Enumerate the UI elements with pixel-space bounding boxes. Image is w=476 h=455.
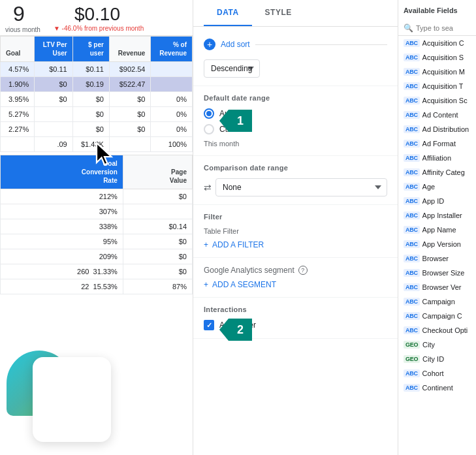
step1-badge-container: 1 xyxy=(219,110,252,132)
cell-pct: 0% xyxy=(151,122,193,137)
field-item[interactable]: ABCAd Content xyxy=(398,108,476,122)
col-pv: PageValue xyxy=(123,155,192,189)
field-name: Ad Format xyxy=(422,140,456,148)
metric1-sublabel: vious month xyxy=(5,26,40,33)
field-type-badge: ABC xyxy=(404,97,420,104)
field-item[interactable]: ABCApp Installer xyxy=(398,208,476,223)
comparison-dropdown[interactable]: None xyxy=(215,178,387,196)
sort-dropdown[interactable]: Descending xyxy=(204,59,260,78)
cell-goal: 3.95% xyxy=(1,92,35,107)
field-item[interactable]: ABCAcquisition C xyxy=(398,36,476,50)
sort-row: + Add sort xyxy=(204,35,387,54)
metric2-container: $0.10 ▼ -46.0% from previous month xyxy=(54,4,144,32)
field-item[interactable]: ABCApp ID xyxy=(398,194,476,208)
tab-data[interactable]: DATA xyxy=(204,0,252,26)
help-icon: ? xyxy=(298,266,308,275)
col-pct: % ofRevenue xyxy=(151,37,193,62)
field-item[interactable]: ABCCampaign C xyxy=(398,309,476,323)
field-name: Campaign xyxy=(422,298,455,306)
field-item[interactable]: ABCAd Format xyxy=(398,136,476,151)
comparison-section: Comparison date range ⇄ None xyxy=(193,156,398,205)
cell-pv xyxy=(123,204,192,219)
field-item[interactable]: ABCAffiliation xyxy=(398,151,476,165)
field-item[interactable]: ABCAd Distribution xyxy=(398,122,476,136)
cell-gcr: 338% xyxy=(1,219,123,234)
field-name: Continent xyxy=(422,384,453,392)
fields-list: ABCAcquisition CABCAcquisition SABCAcqui… xyxy=(398,36,476,455)
fields-search: 🔍 xyxy=(398,21,476,36)
cell-per-user: $0 xyxy=(72,122,109,137)
field-name: App Installer xyxy=(422,212,462,219)
field-item[interactable]: GEOCity xyxy=(398,337,476,352)
field-item[interactable]: ABCBrowser xyxy=(398,251,476,266)
table-row: 2.27% $0 $0 0% xyxy=(1,122,193,137)
step2-arrow-left xyxy=(219,319,229,341)
field-item[interactable]: ABCCampaign xyxy=(398,294,476,309)
field-item[interactable]: ABCCheckout Opti xyxy=(398,323,476,337)
cell-pct: 100% xyxy=(151,137,193,152)
field-name: Campaign C xyxy=(422,312,462,320)
search-icon: 🔍 xyxy=(404,24,413,33)
cell-gcr: 209% xyxy=(1,249,123,264)
cell-gcr: 307% xyxy=(1,204,123,219)
add-segment-button[interactable]: + ADD A SEGMENT xyxy=(204,280,387,289)
cell-pct: 0% xyxy=(151,107,193,122)
fields-search-input[interactable] xyxy=(416,24,471,32)
cell-ltv: $0 xyxy=(35,77,73,92)
field-type-badge: ABC xyxy=(404,312,420,320)
field-type-badge: ABC xyxy=(404,140,420,148)
field-name: Browser Size xyxy=(422,269,465,277)
col-goal: Goal xyxy=(1,37,35,62)
cell-goal: 1.90% xyxy=(1,77,35,92)
left-panel: 9 vious month $0.10 ▼ -46.0% from previo… xyxy=(0,0,193,455)
cell-revenue: $0 xyxy=(109,107,151,122)
field-type-badge: ABC xyxy=(404,54,420,61)
field-name: Browser Ver xyxy=(422,283,462,291)
table-row: 22 15.53% 87% xyxy=(1,279,193,294)
metric2-change: ▼ -46.0% from previous month xyxy=(54,25,144,32)
add-filter-button[interactable]: + ADD A FILTER xyxy=(204,240,387,249)
field-item[interactable]: ABCAcquisition S xyxy=(398,50,476,65)
field-type-badge: ABC xyxy=(404,168,420,176)
fields-panel: Available Fields 🔍 ABCAcquisition CABCAc… xyxy=(398,0,476,455)
field-type-badge: ABC xyxy=(404,283,420,291)
main-container: 9 vious month $0.10 ▼ -46.0% from previo… xyxy=(0,0,476,455)
fields-header: Available Fields xyxy=(398,0,476,21)
field-type-badge: ABC xyxy=(404,212,420,219)
field-type-badge: ABC xyxy=(404,369,420,377)
add-sort-button[interactable]: + Add sort xyxy=(204,35,250,54)
field-item[interactable]: ABCAge xyxy=(398,180,476,194)
field-item[interactable]: ABCContinent xyxy=(398,381,476,395)
field-name: Acquisition Sc xyxy=(422,97,468,104)
field-item[interactable]: ABCAcquisition M xyxy=(398,65,476,79)
field-item[interactable]: ABCApp Name xyxy=(398,223,476,237)
segment-label: Google Analytics segment xyxy=(204,266,294,275)
table-footer-row: .09 $1.43K 100% xyxy=(1,137,193,152)
table-row: 4.57% $0.11 $0.11 $902.54 xyxy=(1,62,193,77)
field-name: Ad Content xyxy=(422,111,458,119)
apply-filter-checkbox[interactable]: ✓ xyxy=(204,320,214,330)
field-item[interactable]: ABCBrowser Ver xyxy=(398,280,476,294)
field-type-badge: ABC xyxy=(404,82,420,90)
field-item[interactable]: ABCBrowser Size xyxy=(398,266,476,280)
sort-divider xyxy=(255,44,387,45)
step1-badge: 1 xyxy=(229,110,252,132)
cell-gcr: 260 31.33% xyxy=(1,264,123,279)
step2-label: 2 xyxy=(237,323,244,337)
field-item[interactable]: ABCAffinity Categ xyxy=(398,165,476,180)
metric1-value: 9 xyxy=(5,2,33,25)
field-item[interactable]: ABCAcquisition Sc xyxy=(398,93,476,108)
cell-ltv: .09 xyxy=(35,137,73,152)
field-item[interactable]: ABCCohort xyxy=(398,366,476,381)
field-item[interactable]: GEOCity ID xyxy=(398,352,476,366)
cell-ltv xyxy=(35,122,73,137)
data-table: Goal LTV PerUser $ peruser Revenue % ofR… xyxy=(0,36,193,152)
tab-style[interactable]: STYLE xyxy=(252,0,305,26)
field-item[interactable]: ABCApp Version xyxy=(398,237,476,251)
cell-revenue xyxy=(109,137,151,152)
field-name: City xyxy=(422,341,435,349)
white-card xyxy=(33,357,111,442)
field-type-badge: ABC xyxy=(404,125,420,133)
field-name: Acquisition T xyxy=(422,82,464,90)
field-item[interactable]: ABCAcquisition T xyxy=(398,79,476,93)
